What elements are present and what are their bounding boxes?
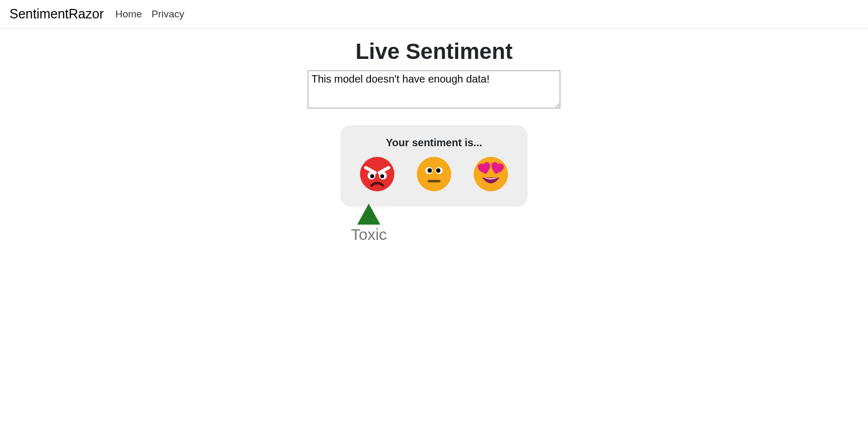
svg-point-5 [417,157,451,191]
textarea-wrap [171,70,697,108]
navbar-brand[interactable]: SentimentRazor [9,6,104,22]
marker-label: Toxic [351,226,387,244]
svg-point-4 [380,174,384,178]
sentiment-input[interactable] [308,70,560,108]
angry-face-icon [359,156,395,192]
emoji-row [356,156,512,192]
svg-point-9 [436,168,440,173]
marker-triangle-icon [357,204,380,225]
svg-point-0 [360,157,394,191]
neutral-face-icon [416,156,452,192]
result-card: Your sentiment is... [340,125,528,207]
page-title: Live Sentiment [171,39,697,64]
main-container: Live Sentiment Your sentiment is... [171,28,697,249]
heart-eyes-face-icon [473,156,509,192]
svg-point-3 [370,174,374,178]
result-card-wrap: Your sentiment is... [171,125,697,207]
nav-link-home[interactable]: Home [115,8,142,20]
svg-rect-10 [428,180,440,183]
sentiment-marker: Toxic [351,204,387,244]
nav-link-privacy[interactable]: Privacy [152,8,184,20]
result-label: Your sentiment is... [356,137,512,149]
navbar: SentimentRazor Home Privacy [0,0,868,28]
svg-point-11 [473,157,508,191]
svg-point-8 [428,168,432,173]
marker-wrap: Toxic [340,207,528,249]
